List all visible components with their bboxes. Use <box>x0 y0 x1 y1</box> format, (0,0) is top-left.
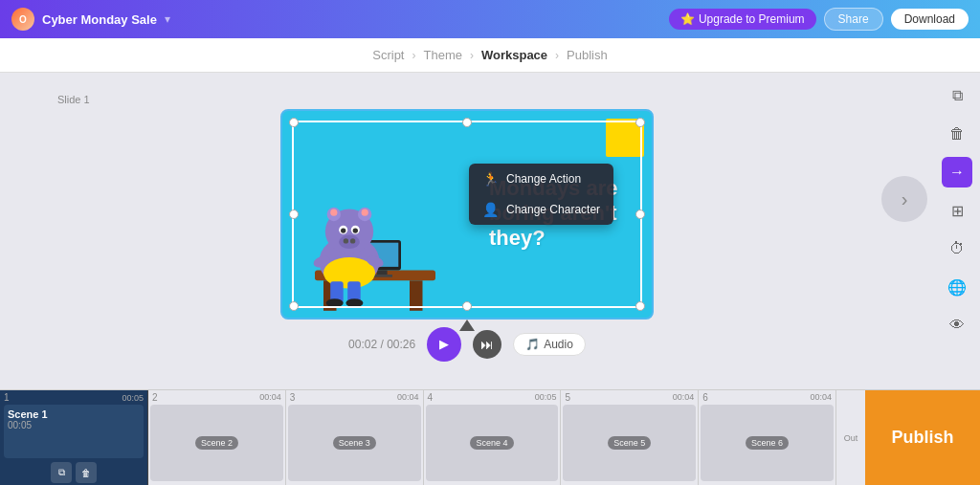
scene1-delete-button[interactable]: 🗑 <box>76 462 97 483</box>
audio-button[interactable]: 🎵 Audio <box>513 333 586 356</box>
svg-point-16 <box>330 209 337 215</box>
svg-point-21 <box>352 228 357 232</box>
timer-icon-button[interactable]: ⏱ <box>942 233 972 264</box>
grid-icon-button[interactable]: ⊞ <box>942 195 972 226</box>
play-button[interactable]: ▶ <box>427 327 461 362</box>
upgrade-button[interactable]: ⭐ Upgrade to Premium <box>669 9 816 30</box>
scene1-actions: ⧉ 🗑 <box>0 460 147 485</box>
sticky-note <box>606 119 644 157</box>
context-menu: 🏃 Change Action 👤 Change Character <box>469 164 613 225</box>
scene6-thumb: Scene 6 <box>701 405 834 481</box>
download-button[interactable]: Download <box>891 9 969 30</box>
scene1-label: Scene 1 <box>8 408 48 420</box>
svg-point-11 <box>325 298 343 307</box>
scene3-thumb: Scene 3 <box>288 405 421 481</box>
project-dropdown-icon[interactable]: ▾ <box>165 12 170 26</box>
star-icon: ⭐ <box>680 12 695 26</box>
svg-point-23 <box>343 238 347 243</box>
scene6-duration-top: 00:04 <box>810 392 832 403</box>
scene2-thumb: Scene 2 <box>150 405 283 481</box>
timeline-out: Out <box>836 390 865 485</box>
right-sidebar: ⧉ 🗑 → ⊞ ⏱ 🌐 👁 <box>934 73 980 389</box>
scene2-duration-top: 00:04 <box>259 392 281 403</box>
scene1-duration-top: 00:05 <box>122 393 144 403</box>
handle-br[interactable] <box>635 301 645 311</box>
svg-point-17 <box>361 209 368 215</box>
timeline-scene-5[interactable]: 5 00:04 Scene 5 <box>561 390 699 485</box>
nav-breadcrumb: Script › Theme › Workspace › Publish <box>0 38 980 73</box>
scene2-badge: Scene 2 <box>195 436 238 450</box>
publish-panel[interactable]: Publish <box>865 390 980 485</box>
character-icon: 👤 <box>482 202 499 217</box>
audio-icon: 🎵 <box>525 338 540 351</box>
slide-container: Mondays are boring aren't they? <box>280 109 654 320</box>
change-character-item[interactable]: 👤 Change Character <box>469 194 613 225</box>
copy-icon-button[interactable]: ⧉ <box>942 80 972 111</box>
svg-rect-2 <box>410 280 423 311</box>
scene4-badge: Scene 4 <box>470 436 513 450</box>
scene1-copy-button[interactable]: ⧉ <box>51 462 72 483</box>
timeline-scene-1[interactable]: 1 00:05 Scene 1 00:05 ⧉ 🗑 <box>0 390 148 485</box>
scene5-duration-top: 00:04 <box>673 392 695 403</box>
scene4-number: 4 <box>428 392 434 403</box>
nav-publish[interactable]: Publish <box>567 48 608 62</box>
nav-script[interactable]: Script <box>372 48 404 62</box>
scene3-duration-top: 00:04 <box>397 392 419 403</box>
chevron-right-icon: › <box>902 188 908 210</box>
next-frame-button[interactable]: ⏭ <box>473 330 501 359</box>
nav-workspace[interactable]: Workspace <box>481 48 547 62</box>
change-action-item[interactable]: 🏃 Change Action <box>469 164 613 194</box>
header-left: O Cyber Monday Sale ▾ <box>11 8 170 31</box>
action-icon: 🏃 <box>482 171 499 187</box>
slide[interactable]: Mondays are boring aren't they? <box>280 109 654 320</box>
time-display: 00:02 / 00:26 <box>348 338 415 351</box>
delete-icon-button[interactable]: 🗑 <box>942 119 972 149</box>
transition-icon-button[interactable]: → <box>942 157 972 187</box>
scene6-number: 6 <box>702 392 708 403</box>
resize-arrow[interactable] <box>459 320 475 331</box>
nav-sep-2: › <box>470 49 474 62</box>
app-logo: O <box>11 8 34 31</box>
scene4-thumb: Scene 4 <box>426 405 559 481</box>
scene5-number: 5 <box>565 392 570 403</box>
scene5-thumb: Scene 5 <box>563 405 696 481</box>
nav-sep-1: › <box>412 49 415 62</box>
svg-point-22 <box>339 234 360 248</box>
canvas-area: Slide 1 <box>0 73 934 389</box>
hippo-character <box>299 145 452 318</box>
project-title: Cyber Monday Sale <box>42 12 157 27</box>
share-button[interactable]: Share <box>824 8 883 31</box>
next-slide-button[interactable]: › <box>881 176 927 222</box>
scene4-duration-top: 00:05 <box>535 392 557 403</box>
visibility-icon-button[interactable]: 👁 <box>942 310 972 341</box>
svg-point-12 <box>345 298 363 307</box>
header-right: ⭐ Upgrade to Premium Share Download <box>669 8 969 31</box>
slide-label: Slide 1 <box>57 94 90 105</box>
scene5-badge: Scene 5 <box>608 436 651 450</box>
svg-point-24 <box>349 238 354 243</box>
scene1-number: 1 <box>4 392 10 403</box>
scene3-number: 3 <box>290 392 296 403</box>
scene3-badge: Scene 3 <box>333 436 376 450</box>
globe-icon-button[interactable]: 🌐 <box>942 272 972 302</box>
character-area <box>282 111 467 318</box>
timeline-scene-6[interactable]: 6 00:04 Scene 6 <box>699 390 836 485</box>
scene1-time: 00:05 <box>8 420 32 430</box>
svg-point-20 <box>341 228 345 232</box>
timeline-scene-4[interactable]: 4 00:05 Scene 4 <box>424 390 562 485</box>
nav-theme[interactable]: Theme <box>423 48 461 62</box>
timeline-scene-3[interactable]: 3 00:04 Scene 3 <box>286 390 424 485</box>
timeline: 1 00:05 Scene 1 00:05 ⧉ 🗑 2 00:04 Scene … <box>0 389 980 485</box>
app-header: O Cyber Monday Sale ▾ ⭐ Upgrade to Premi… <box>0 0 980 38</box>
scene6-badge: Scene 6 <box>746 436 789 450</box>
scene2-number: 2 <box>152 392 158 403</box>
timeline-scene-2[interactable]: 2 00:04 Scene 2 <box>148 390 286 485</box>
nav-sep-3: › <box>555 49 559 62</box>
